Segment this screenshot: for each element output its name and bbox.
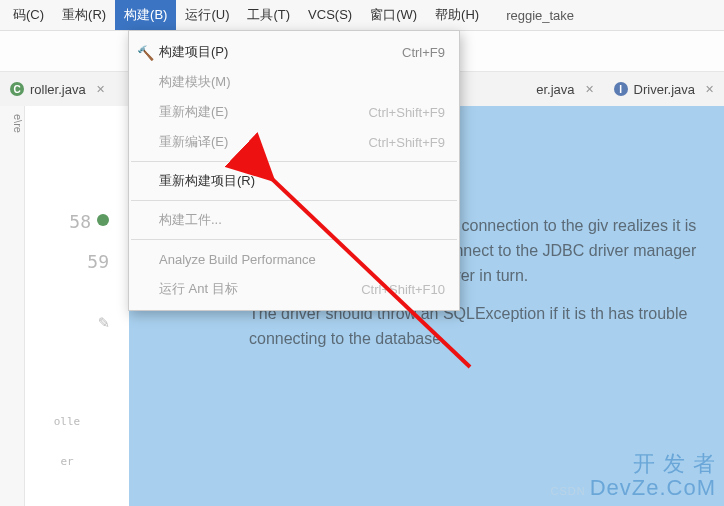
tab-label: er.java — [536, 82, 574, 97]
menu-item-rebuild: 重新构建(E)Ctrl+Shift+F9 — [129, 97, 459, 127]
close-icon[interactable]: ✕ — [96, 83, 105, 96]
run-gutter-icon[interactable] — [97, 214, 109, 226]
class-icon: C — [10, 82, 24, 96]
menu-item-build-module: 构建模块(M) — [129, 67, 459, 97]
menu-item-build-artifacts: 构建工件... — [129, 205, 459, 235]
menu-code[interactable]: 码(C) — [4, 0, 53, 30]
menu-item-rebuild-project[interactable]: 重新构建项目(R) — [129, 166, 459, 196]
watermark: 开 发 者 CSDNDevZe.CoM — [550, 452, 716, 500]
line-number: 58 — [25, 202, 109, 242]
menubar: 码(C) 重构(R) 构建(B) 运行(U) 工具(T) VCS(S) 窗口(W… — [0, 0, 724, 31]
menu-tools[interactable]: 工具(T) — [238, 0, 299, 30]
menu-help[interactable]: 帮助(H) — [426, 0, 488, 30]
gutter: 58 59 ✎ olleer — [25, 106, 129, 506]
build-menu-dropdown: 🔨 构建项目(P) Ctrl+F9 构建模块(M) 重新构建(E)Ctrl+Sh… — [128, 30, 460, 311]
edit-icon: ✎ — [25, 302, 109, 342]
separator — [131, 200, 457, 201]
open-file-name: reggie_take — [506, 8, 574, 23]
line-number: 59 — [25, 242, 109, 282]
menu-item-build-project[interactable]: 🔨 构建项目(P) Ctrl+F9 — [129, 37, 459, 67]
menu-refactor[interactable]: 重构(R) — [53, 0, 115, 30]
hammer-icon: 🔨 — [137, 45, 154, 61]
menu-build[interactable]: 构建(B) — [115, 0, 176, 30]
separator — [131, 161, 457, 162]
menu-item-analyze: Analyze Build Performance — [129, 244, 459, 274]
menu-item-recompile: 重新编译(E)Ctrl+Shift+F9 — [129, 127, 459, 157]
tab-driver[interactable]: I Driver.java ✕ — [604, 72, 724, 106]
project-panel-tab[interactable]: e\re — [0, 106, 25, 506]
interface-icon: I — [614, 82, 628, 96]
close-icon[interactable]: ✕ — [585, 83, 594, 96]
shortcut: Ctrl+F9 — [402, 45, 445, 60]
separator — [131, 239, 457, 240]
menu-window[interactable]: 窗口(W) — [361, 0, 426, 30]
tab-label: Driver.java — [634, 82, 695, 97]
menu-item-ant: 运行 Ant 目标Ctrl+Shift+F10 — [129, 274, 459, 304]
tab-er[interactable]: er.java ✕ — [526, 72, 603, 106]
menu-vcs[interactable]: VCS(S) — [299, 0, 361, 30]
close-icon[interactable]: ✕ — [705, 83, 714, 96]
tab-label: roller.java — [30, 82, 86, 97]
tab-roller[interactable]: C roller.java ✕ — [0, 72, 115, 106]
menu-run[interactable]: 运行(U) — [176, 0, 238, 30]
